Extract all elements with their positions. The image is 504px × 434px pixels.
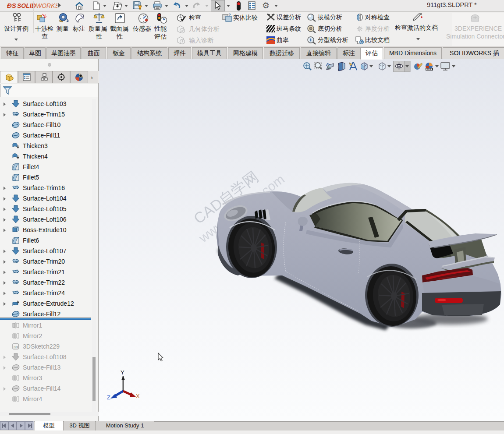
svg-text:Z: Z — [107, 394, 110, 401]
svg-text:X: X — [136, 393, 140, 399]
svg-text:ÐS: ÐS — [7, 2, 16, 9]
svg-text:Y: Y — [121, 369, 124, 376]
svg-text:?: ? — [361, 40, 363, 44]
svg-text:*: * — [421, 15, 423, 21]
svg-text:?: ? — [228, 13, 231, 17]
svg-text:WORKS: WORKS — [36, 2, 57, 9]
svg-text:3D: 3D — [14, 345, 18, 349]
